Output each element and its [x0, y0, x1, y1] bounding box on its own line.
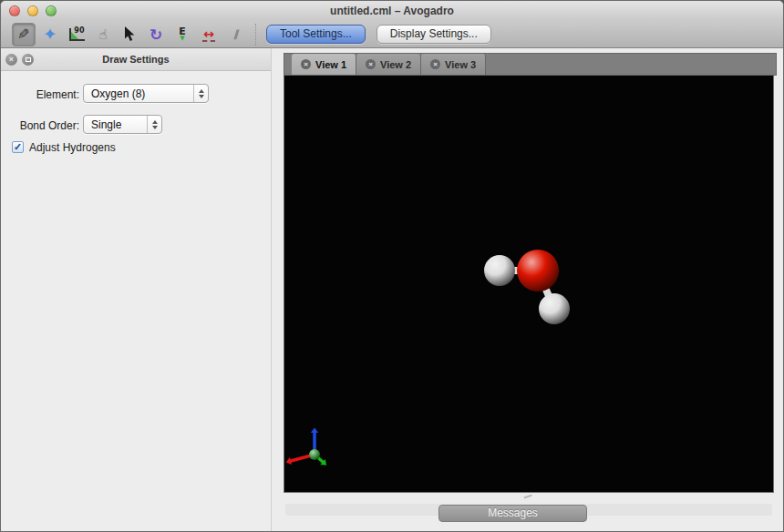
adjust-hydrogens-label: Adjust Hydrogens	[29, 141, 116, 154]
stepper-icon	[147, 116, 161, 133]
bond-order-value: Single	[84, 118, 147, 131]
align-tool-button[interactable]: ∕∕	[223, 23, 247, 46]
tab-close-icon[interactable]: ×	[430, 59, 440, 69]
bond-centric-tool-button[interactable]: 90	[65, 23, 88, 46]
display-settings-button[interactable]: Display Settings...	[377, 25, 491, 44]
tab-label: View 2	[380, 59, 411, 70]
tab-view-1[interactable]: × View 1	[292, 54, 356, 75]
draw-tool-button[interactable]: ✎	[12, 23, 36, 46]
messages-button[interactable]: Messages	[438, 505, 587, 522]
toolbar-separator	[255, 24, 256, 46]
element-dropdown[interactable]: Oxygen (8)	[83, 84, 209, 103]
bond-order-label: Bond Order:	[5, 117, 79, 136]
auto-rotate-tool-button[interactable]: ↻	[144, 23, 168, 46]
selection-tool-button[interactable]	[118, 23, 141, 46]
panel-close-button[interactable]: ×	[5, 54, 17, 66]
tab-view-3[interactable]: × View 3	[421, 54, 486, 75]
tab-view-2[interactable]: × View 2	[356, 54, 421, 75]
tab-label: View 1	[315, 59, 346, 70]
stepper-icon	[193, 85, 208, 102]
float-icon	[26, 57, 31, 62]
navigate-tool-button[interactable]: ✦	[38, 23, 62, 46]
tool-settings-button[interactable]: Tool Settings...	[266, 25, 366, 44]
navigate-star-icon: ✦	[44, 26, 56, 43]
main-area: × View 1 × View 2 × View 3 Messages	[284, 48, 777, 531]
toolbar: ✎ ✦ 90 ☝ ↻ E ▼	[1, 21, 783, 48]
gl-viewport[interactable]	[284, 76, 774, 493]
title-bar: untitled.cml – Avogadro	[1, 1, 783, 21]
adjust-hydrogens-checkbox[interactable]: ✓	[12, 141, 24, 153]
tab-close-icon[interactable]: ×	[366, 59, 376, 69]
molecule-svg	[284, 76, 775, 493]
manipulate-tool-button[interactable]: ☝	[91, 23, 115, 46]
window-title: untitled.cml – Avogadro	[1, 1, 783, 21]
measure-icon: ↔	[202, 27, 215, 42]
draw-settings-panel: × Draw Settings Element: Oxygen (8) Bond…	[1, 48, 272, 531]
view-tab-bar: × View 1 × View 2 × View 3	[284, 53, 777, 76]
avogadro-window: untitled.cml – Avogadro ✎ ✦ 90 ☝ ↻	[0, 0, 784, 532]
rotate-icon: ↻	[150, 26, 162, 44]
auto-optimize-tool-button[interactable]: E ▼	[170, 23, 194, 46]
element-label: Element:	[5, 86, 79, 105]
tab-close-icon[interactable]: ×	[301, 59, 311, 69]
tab-label: View 3	[445, 59, 476, 70]
panel-title: Draw Settings	[1, 48, 271, 71]
measure-tool-button[interactable]: ↔	[197, 23, 221, 46]
hand-icon: ☝	[98, 26, 107, 43]
panel-float-button[interactable]	[22, 54, 34, 66]
draw-settings-header: × Draw Settings	[1, 48, 271, 71]
splitter-handle-icon[interactable]	[524, 495, 533, 501]
angle-90-icon: 90	[69, 28, 85, 41]
cursor-icon	[123, 26, 136, 42]
pencil-icon: ✎	[17, 26, 29, 43]
element-value: Oxygen (8)	[84, 87, 193, 100]
align-icon: ∕∕	[234, 27, 237, 41]
energy-icon: E ▼	[179, 26, 186, 42]
bond-order-dropdown[interactable]: Single	[83, 115, 162, 134]
